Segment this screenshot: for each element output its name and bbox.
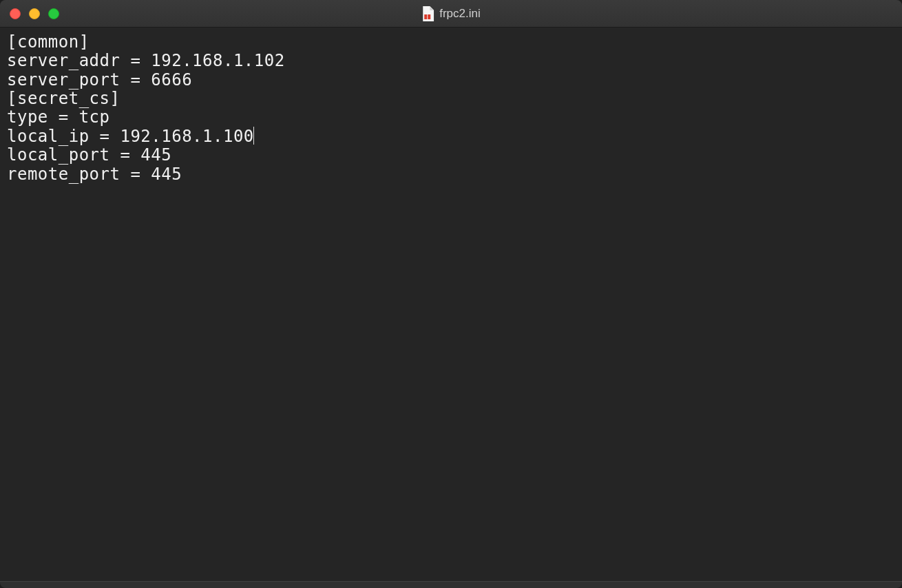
traffic-lights: [10, 8, 59, 19]
editor-line: type = tcp: [7, 108, 895, 127]
svg-rect-0: [424, 14, 427, 19]
editor-area[interactable]: [common] server_addr = 192.168.1.102 ser…: [0, 28, 902, 581]
minimize-button[interactable]: [29, 8, 40, 19]
titlebar[interactable]: frpc2.ini: [0, 0, 902, 28]
maximize-button[interactable]: [48, 8, 59, 19]
editor-line: [secret_cs]: [7, 90, 895, 108]
close-button[interactable]: [10, 8, 21, 19]
svg-rect-1: [428, 14, 430, 19]
document-icon: [421, 6, 434, 21]
editor-line: local_port = 445: [7, 146, 895, 165]
title-area: frpc2.ini: [421, 6, 481, 21]
statusbar: [0, 581, 902, 588]
editor-line: server_port = 6666: [7, 71, 895, 90]
editor-window: frpc2.ini [common] server_addr = 192.168…: [0, 0, 902, 588]
text-cursor: [253, 127, 255, 145]
editor-line: server_addr = 192.168.1.102: [7, 52, 895, 70]
window-title: frpc2.ini: [439, 7, 481, 21]
editor-line: remote_port = 445: [7, 165, 895, 184]
editor-line: local_ip = 192.168.1.100: [7, 127, 895, 146]
editor-line: [common]: [7, 33, 895, 52]
